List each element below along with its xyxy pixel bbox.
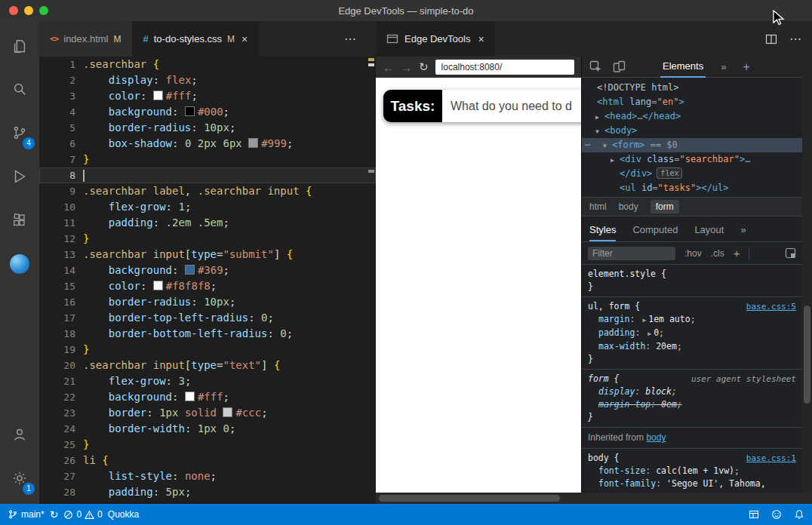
dom-tree-row[interactable]: <!DOCTYPE html> (582, 81, 802, 95)
accounts-button[interactable] (0, 416, 39, 453)
editor-scrollbar[interactable] (365, 57, 376, 504)
stylesheet-link[interactable]: base.css:5 (746, 300, 796, 313)
code-line[interactable]: 23 border: 1px solid #ccc; (39, 405, 376, 421)
breadcrumb-item-body[interactable]: body (619, 201, 638, 212)
close-tab-icon[interactable]: × (478, 33, 484, 45)
code-line[interactable]: 21 flex-grow: 3; (39, 373, 376, 389)
code-line[interactable]: 18 border-bottom-left-radius: 0; (39, 326, 376, 342)
dom-tree-row[interactable]: </div>flex (582, 167, 802, 181)
dom-tree-row[interactable]: ▶<div class="searchbar">… (582, 152, 802, 167)
styles-filter-input[interactable]: Filter (588, 247, 675, 260)
twisty-icon[interactable]: ▼ (603, 139, 612, 153)
code-line[interactable]: 27 list-style: none; (39, 468, 376, 484)
close-window-button[interactable] (9, 6, 18, 15)
code-line[interactable]: 3 color: #fff; (39, 88, 376, 104)
feedback-smiley-icon[interactable] (771, 509, 782, 520)
refresh-button[interactable]: ↻ (419, 60, 429, 74)
code-line[interactable]: 20.searchbar input[type="text"] { (39, 358, 376, 373)
webview-horizontal-scrollbar[interactable] (376, 493, 812, 504)
tab-overflow-button[interactable]: ⋯ (344, 21, 356, 57)
code-line[interactable]: 19} (39, 342, 376, 358)
dom-tree-row[interactable]: <html lang="en"> (582, 95, 802, 109)
style-property[interactable]: padding: ▶0; (588, 327, 796, 340)
more-panels-chevron[interactable]: » (721, 61, 726, 72)
zoom-window-button[interactable] (39, 6, 48, 15)
code-line[interactable]: 14 background: #369; (39, 262, 376, 278)
flex-badge[interactable]: flex (657, 167, 682, 179)
code-line[interactable]: 16 border-radius: 10px; (39, 294, 376, 310)
code-line[interactable]: 8 (39, 167, 376, 183)
problems-status-item[interactable]: 0 0 (63, 509, 102, 520)
code-line[interactable]: 28 padding: 5px; (39, 484, 376, 500)
sidebar-item-extensions[interactable] (0, 202, 39, 238)
code-line[interactable]: 22 background: #fff; (39, 389, 376, 405)
branch-status-item[interactable]: main* (8, 509, 45, 520)
style-property[interactable]: font-size: calc(1em + 1vw); (588, 465, 796, 477)
toggle-hover-state-button[interactable]: :hov (684, 248, 702, 259)
stylesheet-link[interactable]: base.css:1 (746, 452, 796, 465)
layout-grid-icon[interactable] (749, 509, 759, 520)
code-line[interactable]: 10 flex-grow: 1; (39, 199, 376, 215)
twisty-icon[interactable]: ▶ (611, 153, 620, 167)
task-text-input[interactable]: What do you need to d (442, 90, 581, 122)
code-line[interactable]: 13.searchbar input[type="submit"] { (39, 247, 376, 262)
style-property[interactable]: margin: ▶1em auto; (588, 313, 796, 327)
tab-index-html[interactable]: <> index.html M (39, 21, 133, 57)
dom-tree-row[interactable]: ⋯▼<form> == $0 (582, 138, 802, 152)
code-line[interactable]: 2 display: flex; (39, 72, 376, 88)
code-line[interactable]: 6 box-shadow: 0 2px 6px #999; (39, 136, 376, 152)
code-line[interactable]: 4 background: #000; (39, 104, 376, 120)
style-rule-selector[interactable]: base.css:5ul, form { (588, 300, 796, 313)
style-rule-selector[interactable]: user agent stylesheetform { (588, 373, 796, 385)
minimize-window-button[interactable] (24, 6, 33, 15)
twisty-icon[interactable]: ▶ (595, 110, 604, 124)
code-line[interactable]: 9.searchbar label, .searchbar input { (39, 183, 376, 199)
dom-tree-row[interactable]: ▼<body> (582, 124, 802, 138)
code-line[interactable]: 1.searchbar { (39, 57, 376, 72)
code-line[interactable]: 5 border-radius: 10px; (39, 120, 376, 136)
toggle-class-button[interactable]: .cls (711, 248, 724, 259)
code-line[interactable]: 26li { (39, 453, 376, 468)
code-line[interactable]: 15 color: #f8f8f8; (39, 278, 376, 294)
code-line[interactable]: 12} (39, 231, 376, 247)
tab-elements[interactable]: Elements (660, 57, 706, 78)
style-property[interactable]: font-family: 'Segoe UI', Tahoma, (588, 477, 796, 490)
code-line[interactable]: 7} (39, 152, 376, 167)
computed-sidebar-toggle-icon[interactable] (785, 247, 796, 259)
url-input[interactable]: localhost:8080/ (435, 60, 574, 75)
tab-styles[interactable]: Styles (589, 224, 616, 241)
add-panel-button[interactable]: + (743, 60, 749, 74)
editor-group-more-button[interactable]: ⋯ (789, 32, 801, 46)
scrollbar-thumb[interactable] (379, 495, 560, 502)
forward-button[interactable]: → (401, 61, 412, 74)
code-line[interactable]: 11 padding: .2em .5em; (39, 215, 376, 231)
sidebar-item-run-debug[interactable] (0, 158, 39, 195)
page-preview[interactable]: Tasks: What do you need to d (376, 78, 581, 493)
back-button[interactable]: ← (383, 61, 394, 74)
webview-vertical-scrollbar[interactable] (802, 57, 812, 493)
style-property[interactable]: margin-top: 0em; (588, 398, 796, 411)
sync-changes-button[interactable]: ↻ (50, 508, 59, 520)
breadcrumb-item-form[interactable]: form (651, 200, 679, 213)
code-line[interactable]: 17 border-top-left-radius: 0; (39, 310, 376, 326)
inherited-node-link[interactable]: body (646, 432, 666, 443)
breadcrumb-item-html[interactable]: html (589, 201, 607, 212)
inspect-element-icon[interactable] (589, 60, 602, 73)
dom-tree-row[interactable]: <ul id="tasks"></ul> (582, 181, 802, 195)
style-property[interactable]: max-width: 20em; (588, 340, 796, 353)
device-emulation-icon[interactable] (613, 60, 626, 73)
style-rule-selector[interactable]: element.style { (588, 268, 796, 281)
settings-button[interactable]: 1 (0, 460, 39, 496)
notifications-bell-icon[interactable] (794, 509, 804, 520)
tab-to-do-styles-css[interactable]: # to-do-styles.css M × (133, 21, 260, 57)
scrollbar-thumb[interactable] (804, 305, 810, 404)
dom-tree-row[interactable]: ▶<head>…</head> (582, 109, 802, 124)
style-rule-selector[interactable]: base.css:1body { (588, 452, 796, 465)
code-line[interactable]: 24 border-width: 1px 0; (39, 421, 376, 437)
sidebar-item-search[interactable] (0, 71, 39, 107)
style-property[interactable]: display: block; (588, 385, 796, 398)
code-line[interactable]: 25} (39, 437, 376, 453)
new-style-rule-button[interactable]: + (734, 247, 740, 259)
code-editor[interactable]: 1.searchbar {2 display: flex;3 color: #f… (39, 57, 376, 504)
sidebar-item-explorer[interactable] (0, 29, 39, 65)
